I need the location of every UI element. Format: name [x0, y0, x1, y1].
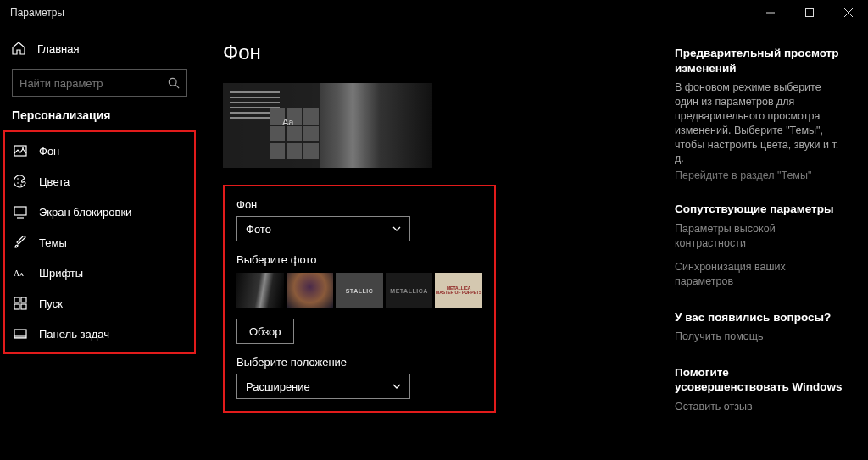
sidebar: Главная Персонализация Фон Цвета Экран б… — [0, 25, 199, 460]
position-dropdown[interactable]: Расширение — [236, 374, 410, 399]
preview-sample-text: Aa — [282, 117, 293, 127]
svg-point-4 — [17, 178, 19, 180]
svg-rect-12 — [14, 304, 19, 309]
background-label: Фон — [236, 198, 482, 211]
photo-thumb-1[interactable] — [236, 273, 284, 308]
photo-thumb-3[interactable]: STALLIC — [336, 273, 383, 308]
nav-label: Панель задач — [39, 328, 109, 341]
nav-label: Фон — [39, 145, 59, 158]
preview-description: В фоновом режиме выберите один из параме… — [675, 80, 844, 166]
photo-thumb-2[interactable] — [287, 273, 334, 308]
sidebar-section-title: Персонализация — [0, 108, 199, 129]
themes-link[interactable]: Перейдите в раздел "Темы" — [675, 169, 844, 181]
svg-text:A: A — [19, 271, 24, 278]
photo-thumb-5[interactable]: METALLICAMASTER OF PUPPETS — [435, 273, 482, 308]
sidebar-item-taskbar[interactable]: Панель задач — [5, 319, 194, 349]
browse-button[interactable]: Обзор — [236, 319, 294, 344]
chevron-down-icon — [392, 382, 401, 391]
background-dropdown[interactable]: Фото — [236, 216, 410, 241]
nav-label: Цвета — [39, 175, 70, 188]
start-icon — [14, 297, 27, 310]
related-heading: Сопутствующие параметры — [675, 202, 844, 217]
desktop-preview: Aa — [223, 83, 432, 168]
svg-point-3 — [22, 147, 24, 149]
improve-heading: Помогите усовершенствовать Windows — [675, 365, 844, 395]
photo-thumbnails: STALLIC METALLICA METALLICAMASTER OF PUP… — [236, 273, 482, 308]
font-icon: AA — [14, 266, 27, 280]
sidebar-item-background[interactable]: Фон — [5, 136, 194, 166]
svg-point-1 — [169, 78, 176, 86]
get-help-link[interactable]: Получить помощь — [675, 330, 844, 345]
svg-point-6 — [20, 184, 22, 186]
search-input-wrap[interactable] — [12, 69, 187, 97]
svg-rect-7 — [14, 207, 26, 215]
window-title: Параметры — [10, 7, 64, 19]
picture-icon — [14, 144, 27, 158]
right-pane: Предварительный просмотр изменений В фон… — [675, 41, 844, 445]
page-title: Фон — [223, 41, 649, 64]
dropdown-value: Фото — [246, 223, 271, 236]
titlebar: Параметры — [0, 0, 868, 25]
position-label: Выберите положение — [236, 356, 482, 369]
sidebar-item-lockscreen[interactable]: Экран блокировки — [5, 197, 194, 227]
taskbar-icon — [14, 327, 27, 341]
sidebar-highlight-box: Фон Цвета Экран блокировки Темы AA Шрифт… — [3, 130, 196, 354]
chevron-down-icon — [392, 224, 401, 233]
preview-heading: Предварительный просмотр изменений — [675, 46, 844, 75]
nav-label: Пуск — [39, 297, 63, 310]
home-icon — [12, 42, 25, 55]
high-contrast-link[interactable]: Параметры высокой контрастности — [675, 222, 844, 252]
sidebar-item-themes[interactable]: Темы — [5, 227, 194, 258]
nav-label: Темы — [39, 236, 67, 249]
sidebar-item-fonts[interactable]: AA Шрифты — [5, 258, 194, 288]
search-icon — [168, 77, 180, 89]
questions-heading: У вас появились вопросы? — [675, 310, 844, 325]
close-button[interactable] — [829, 0, 868, 25]
home-label: Главная — [37, 42, 79, 55]
sidebar-item-start[interactable]: Пуск — [5, 288, 194, 319]
maximize-button[interactable] — [790, 0, 829, 25]
svg-rect-10 — [14, 297, 19, 302]
settings-highlight-box: Фон Фото Выберите фото STALLIC METALLICA… — [223, 185, 496, 413]
photo-thumb-4[interactable]: METALLICA — [386, 273, 433, 308]
window-controls — [751, 0, 868, 25]
nav-label: Экран блокировки — [39, 206, 131, 219]
svg-rect-15 — [14, 335, 26, 338]
sidebar-item-colors[interactable]: Цвета — [5, 166, 194, 197]
nav-label: Шрифты — [39, 267, 83, 280]
svg-point-5 — [17, 182, 19, 184]
sync-settings-link[interactable]: Синхронизация ваших параметров — [675, 260, 844, 290]
lockscreen-icon — [14, 205, 27, 219]
search-input[interactable] — [19, 77, 168, 90]
feedback-link[interactable]: Оставить отзыв — [675, 400, 844, 415]
dropdown-value: Расширение — [246, 380, 310, 393]
choose-photo-label: Выберите фото — [236, 253, 482, 266]
svg-rect-0 — [806, 9, 814, 17]
svg-rect-11 — [21, 297, 26, 302]
brush-icon — [14, 236, 27, 249]
svg-rect-13 — [21, 304, 26, 309]
minimize-button[interactable] — [751, 0, 790, 25]
home-button[interactable]: Главная — [0, 34, 199, 63]
palette-icon — [14, 175, 27, 188]
